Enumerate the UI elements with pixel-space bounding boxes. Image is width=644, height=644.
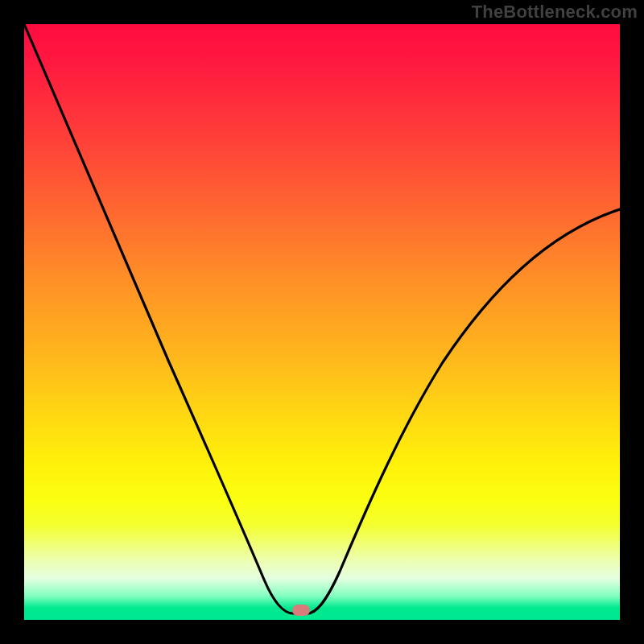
optimum-marker <box>292 605 310 616</box>
plot-area <box>24 24 620 620</box>
attribution-text: TheBottleneck.com <box>472 2 638 23</box>
bottleneck-curve <box>24 24 620 620</box>
curve-path <box>24 24 620 613</box>
chart-frame: TheBottleneck.com <box>0 0 644 644</box>
